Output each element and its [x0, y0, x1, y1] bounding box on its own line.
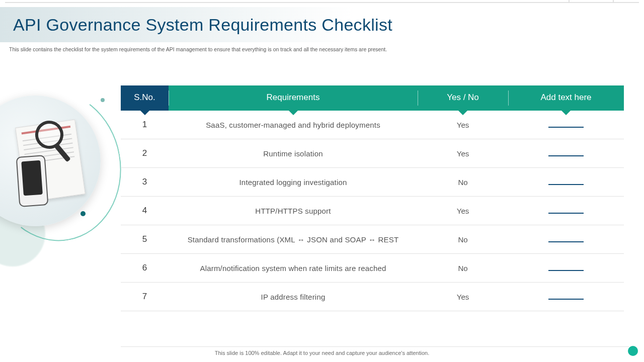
slide-title: API Governance System Requirements Check…	[13, 15, 392, 35]
cell-sno: 3	[121, 168, 169, 197]
footer-note: This slide is 100% editable. Adapt it to…	[0, 350, 644, 356]
cell-sno: 4	[121, 197, 169, 225]
cell-requirement: HTTP/HTTPS support	[169, 197, 418, 225]
corner-dot-icon	[628, 346, 638, 356]
phone-calculator-icon	[16, 155, 49, 207]
table-row: 2Runtime isolationYes	[121, 139, 624, 168]
requirements-table-wrap: S.No. Requirements Yes / No Add text her…	[121, 85, 624, 311]
col-header-addtext: Add text here	[508, 85, 624, 111]
cell-addtext[interactable]	[508, 254, 624, 283]
table-row: 5Standard transformations (XML ↔ JSON an…	[121, 225, 624, 254]
table-row: 1SaaS, customer-managed and hybrid deplo…	[121, 111, 624, 139]
cell-addtext[interactable]	[508, 139, 624, 168]
cell-sno: 6	[121, 254, 169, 283]
cell-requirement: Standard transformations (XML ↔ JSON and…	[169, 225, 418, 254]
cell-yesno: Yes	[418, 283, 508, 311]
cell-sno: 5	[121, 225, 169, 254]
cell-requirement: Runtime isolation	[169, 139, 418, 168]
top-right-accent	[569, 0, 614, 3]
decorative-dot	[80, 211, 86, 216]
cell-yesno: No	[418, 168, 508, 197]
table-row: 4HTTP/HTTPS supportYes	[121, 197, 624, 225]
title-band: API Governance System Requirements Check…	[0, 7, 644, 42]
cell-addtext[interactable]	[508, 283, 624, 311]
col-header-yesno-label: Yes / No	[447, 93, 479, 102]
cell-requirement: Alarm/notification system when rate limi…	[169, 254, 418, 283]
footer-separator	[121, 346, 629, 347]
col-header-sno-label: S.No.	[134, 93, 155, 102]
table-row: 3Integrated logging investigationNo	[121, 168, 624, 197]
cell-addtext[interactable]	[508, 197, 624, 225]
cell-yesno: Yes	[418, 139, 508, 168]
col-header-addtext-label: Add text here	[540, 93, 591, 102]
cell-yesno: Yes	[418, 197, 508, 225]
col-header-requirements-label: Requirements	[267, 93, 320, 102]
cell-requirement: Integrated logging investigation	[169, 168, 418, 197]
cell-requirement: IP address filtering	[169, 283, 418, 311]
col-header-yesno: Yes / No	[418, 85, 508, 111]
cell-sno: 2	[121, 139, 169, 168]
table-row: 7IP address filteringYes	[121, 283, 624, 311]
table-row: 6Alarm/notification system when rate lim…	[121, 254, 624, 283]
slide-subtitle: This slide contains the checklist for th…	[9, 46, 387, 52]
cell-yesno: No	[418, 254, 508, 283]
cell-sno: 7	[121, 283, 169, 311]
col-header-requirements: Requirements	[169, 85, 418, 111]
cell-addtext[interactable]	[508, 168, 624, 197]
decorative-dot	[101, 98, 105, 102]
cell-addtext[interactable]	[508, 225, 624, 254]
requirements-table: S.No. Requirements Yes / No Add text her…	[121, 85, 624, 311]
col-header-sno: S.No.	[121, 85, 169, 111]
top-border	[5, 2, 639, 3]
cell-yesno: No	[418, 225, 508, 254]
